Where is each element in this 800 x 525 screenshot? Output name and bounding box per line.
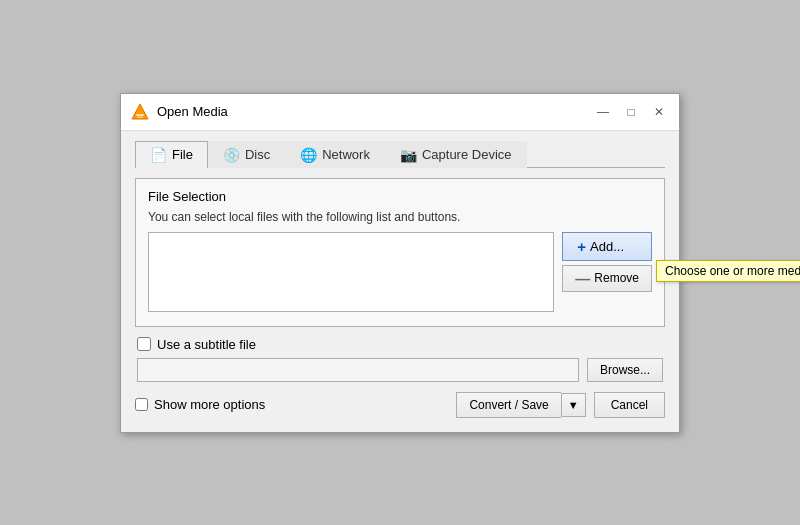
file-selection-description: You can select local files with the foll… — [148, 210, 652, 224]
subtitle-section: Use a subtitle file Browse... — [135, 337, 665, 382]
show-more-label[interactable]: Show more options — [154, 397, 265, 412]
convert-save-button[interactable]: Convert / Save — [456, 392, 560, 418]
minimize-button[interactable]: — — [593, 102, 613, 122]
vlc-icon — [131, 103, 149, 121]
tab-network-label: Network — [322, 147, 370, 162]
network-tab-icon: 🌐 — [300, 147, 317, 163]
window-title: Open Media — [157, 104, 593, 119]
tab-file-label: File — [172, 147, 193, 162]
show-more-checkbox[interactable] — [135, 398, 148, 411]
subtitle-checkbox-row: Use a subtitle file — [137, 337, 663, 352]
cancel-button[interactable]: Cancel — [594, 392, 665, 418]
browse-button[interactable]: Browse... — [587, 358, 663, 382]
file-list[interactable] — [148, 232, 554, 312]
maximize-button[interactable]: □ — [621, 102, 641, 122]
tab-file[interactable]: 📄 File — [135, 141, 208, 168]
tab-network[interactable]: 🌐 Network — [285, 141, 385, 168]
subtitle-path-input[interactable] — [137, 358, 579, 382]
svg-rect-2 — [137, 116, 143, 118]
bottom-area: Show more options Convert / Save ▼ Cance… — [135, 392, 665, 418]
tab-disc[interactable]: 💿 Disc — [208, 141, 285, 168]
convert-save-button-group: Convert / Save ▼ — [456, 392, 585, 418]
file-selection-group: File Selection You can select local file… — [135, 178, 665, 327]
convert-save-dropdown-button[interactable]: ▼ — [561, 393, 586, 417]
tab-capture[interactable]: 📷 Capture Device — [385, 141, 527, 168]
subtitle-checkbox[interactable] — [137, 337, 151, 351]
svg-rect-1 — [136, 114, 144, 116]
group-label: File Selection — [148, 189, 652, 204]
subtitle-checkbox-label[interactable]: Use a subtitle file — [157, 337, 256, 352]
file-area: + Add... Choose one or more media file t… — [148, 232, 652, 312]
add-button-label: Add... — [590, 239, 624, 254]
tab-disc-label: Disc — [245, 147, 270, 162]
add-tooltip: Choose one or more media file to open — [656, 260, 800, 282]
file-buttons: + Add... Choose one or more media file t… — [562, 232, 652, 292]
plus-icon: + — [577, 238, 586, 255]
file-tab-icon: 📄 — [150, 147, 167, 163]
show-more-row: Show more options — [135, 397, 265, 412]
add-button[interactable]: + Add... — [562, 232, 652, 261]
title-bar: Open Media — □ ✕ — [121, 94, 679, 131]
dialog-content: 📄 File 💿 Disc 🌐 Network 📷 Capture Device… — [121, 131, 679, 432]
remove-button[interactable]: — Remove — [562, 265, 652, 292]
window-controls: — □ ✕ — [593, 102, 669, 122]
close-button[interactable]: ✕ — [649, 102, 669, 122]
tab-capture-label: Capture Device — [422, 147, 512, 162]
minus-icon: — — [575, 270, 590, 287]
capture-tab-icon: 📷 — [400, 147, 417, 163]
disc-tab-icon: 💿 — [223, 147, 240, 163]
bottom-buttons: Convert / Save ▼ Cancel — [456, 392, 665, 418]
subtitle-input-row: Browse... — [137, 358, 663, 382]
tab-bar: 📄 File 💿 Disc 🌐 Network 📷 Capture Device — [135, 141, 665, 168]
open-media-window: Open Media — □ ✕ 📄 File 💿 Disc 🌐 Network… — [120, 93, 680, 433]
remove-button-label: Remove — [594, 271, 639, 285]
